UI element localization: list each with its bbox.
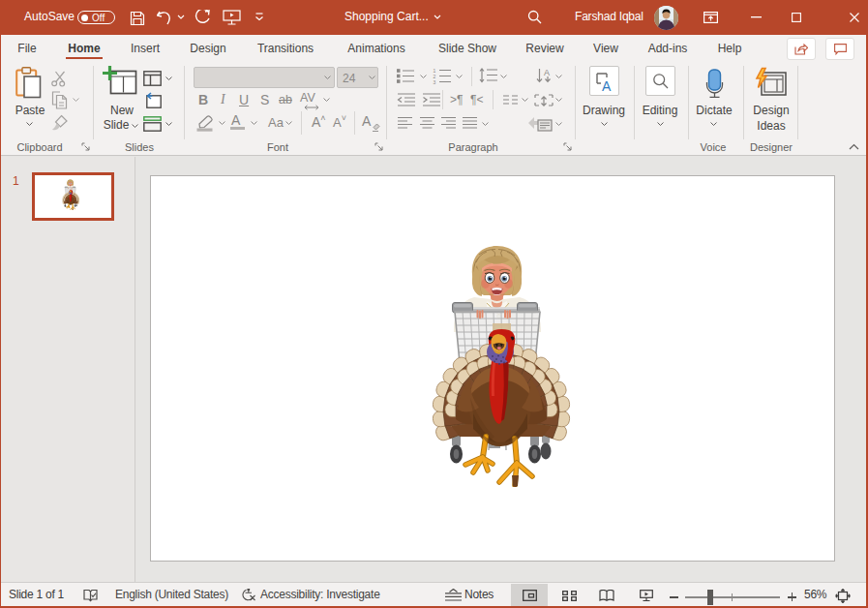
svg-text:A: A: [602, 78, 612, 93]
svg-text:A: A: [544, 68, 550, 77]
svg-text:3: 3: [434, 79, 436, 85]
